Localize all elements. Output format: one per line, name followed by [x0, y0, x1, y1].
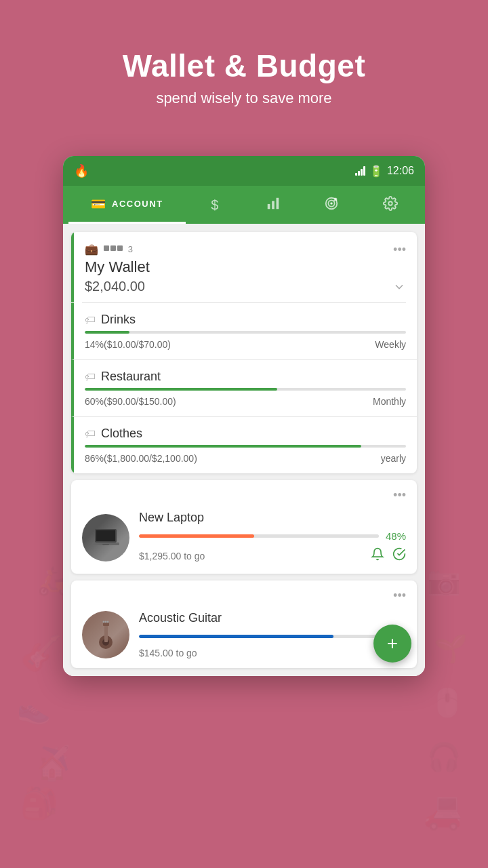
budget-stats: 14%($10.00/$70.00) [85, 339, 171, 350]
stats-row: 86%($1,800.00/$2,100.00) yearly [85, 453, 406, 464]
svg-text:🌱: 🌱 [434, 632, 468, 665]
category-name: Drinks [101, 313, 136, 327]
flame-icon: 🔥 [74, 163, 89, 178]
more-options-icon[interactable]: ••• [393, 488, 406, 502]
budget-period: Weekly [375, 339, 406, 350]
svg-rect-12 [268, 203, 270, 208]
budget-stats: 86%($1,800.00/$2,100.00) [85, 453, 197, 464]
app-title: Wallet & Budget [0, 47, 488, 84]
tag-icon: 🏷 [85, 314, 96, 326]
budget-stats: 60%($90.00/$150.00) [85, 396, 176, 407]
battery-icon: 🔋 [369, 165, 383, 178]
category-name: Restaurant [101, 370, 161, 384]
svg-point-33 [102, 620, 104, 623]
svg-text:🚗: 🚗 [424, 795, 462, 832]
progress-fill [85, 445, 361, 448]
savings-name: Acoustic Guitar [139, 611, 406, 625]
nav-account-label: ACCOUNT [112, 199, 163, 209]
svg-point-17 [331, 203, 333, 204]
bell-icon[interactable] [371, 547, 384, 564]
svg-text:🎒: 🎒 [20, 785, 59, 822]
savings-image-laptop [82, 514, 129, 561]
category-row: 🏷 Restaurant [85, 370, 406, 384]
status-bar: 🔥 🔋 12:06 [63, 156, 425, 186]
phone-mockup: 🔥 🔋 12:06 💳 ACCOUNT $ [63, 156, 425, 676]
svg-text:🎸: 🎸 [20, 633, 63, 673]
savings-content: New Laptop 48% $1,295.00 to go [139, 511, 406, 564]
progress-fill [139, 534, 254, 538]
tag-icon: 🏷 [85, 428, 96, 440]
nav-transactions[interactable]: $ [186, 186, 244, 224]
svg-rect-13 [272, 201, 274, 209]
status-time: 12:06 [387, 165, 414, 177]
svg-point-21 [388, 201, 392, 205]
category-name: Clothes [101, 427, 142, 441]
savings-content: Acoustic Guitar 81% $145.00 to go [139, 611, 406, 658]
budget-item-drinks: 🏷 Drinks 14%($10.00/$70.00) Weekly [71, 303, 417, 360]
savings-amount: $145.00 to go [139, 648, 197, 658]
savings-card-laptop: ••• New Laptop 48% [71, 480, 417, 574]
wallet-balance: $2,040.00 [85, 279, 150, 294]
svg-text:🖱️: 🖱️ [430, 686, 464, 719]
savings-item: Acoustic Guitar 81% $145.00 to go [71, 611, 417, 668]
savings-card-header: ••• [71, 580, 417, 611]
progress-track [139, 635, 379, 638]
budget-card: 💼 3 My Wallet $2,040.00 ••• [71, 232, 417, 473]
tag-icon: 🏷 [85, 371, 96, 383]
savings-percent: 48% [386, 530, 406, 542]
nav-stats[interactable] [244, 186, 302, 224]
nav-settings[interactable] [361, 186, 420, 224]
svg-rect-14 [277, 197, 279, 209]
add-button[interactable]: + [373, 625, 411, 663]
progress-fill [139, 635, 333, 638]
svg-rect-24 [117, 245, 123, 251]
category-row: 🏷 Drinks [85, 313, 406, 327]
budget-period: Monthly [373, 396, 406, 407]
budget-item-restaurant: 🏷 Restaurant 60%($90.00/$150.00) Monthly [71, 360, 417, 417]
nav-goals[interactable] [302, 186, 361, 224]
savings-image-guitar [82, 611, 129, 658]
laptop-image [82, 514, 129, 561]
progress-fill [85, 388, 277, 391]
chevron-down-icon[interactable] [392, 280, 406, 297]
wallet-name: My Wallet [85, 258, 150, 276]
savings-action-icons [371, 547, 406, 564]
nav-account-icon: 💳 [91, 197, 106, 212]
content-area: 💼 3 My Wallet $2,040.00 ••• [63, 224, 425, 676]
more-options-icon[interactable]: ••• [393, 243, 406, 257]
signal-icon [355, 166, 365, 176]
savings-card-header: ••• [71, 480, 417, 511]
savings-card-guitar: ••• [71, 580, 417, 668]
svg-point-35 [106, 620, 108, 623]
wallet-count: 3 [104, 244, 133, 254]
svg-rect-28 [102, 544, 109, 545]
status-right-icons: 🔋 12:06 [355, 165, 414, 178]
wallet-icon: 💼 [85, 243, 98, 256]
wallet-title-row: 💼 3 [85, 243, 150, 256]
budget-period: yearly [381, 453, 406, 464]
progress-row: 48% [139, 530, 406, 542]
budget-item-clothes: 🏷 Clothes 86%($1,800.00/$2,100.00) yearl… [71, 417, 417, 473]
progress-track [85, 388, 406, 391]
savings-item: New Laptop 48% $1,295.00 to go [71, 511, 417, 574]
svg-text:🎧: 🎧 [427, 741, 461, 773]
savings-amount: $1,295.00 to go [139, 551, 205, 561]
svg-rect-23 [110, 245, 116, 251]
svg-rect-26 [96, 530, 115, 541]
nav-account[interactable]: 💳 ACCOUNT [68, 186, 186, 224]
header-section: Wallet & Budget spend wisely to save mor… [0, 0, 488, 127]
more-options-icon[interactable]: ••• [393, 589, 406, 603]
app-subtitle: spend wisely to save more [0, 90, 488, 107]
guitar-image [82, 611, 129, 658]
svg-text:👟: 👟 [17, 693, 51, 726]
svg-text:✈️: ✈️ [41, 744, 70, 772]
settings-icon [383, 196, 398, 214]
wallet-info: 💼 3 My Wallet $2,040.00 [85, 243, 150, 294]
svg-text:📷: 📷 [427, 564, 461, 597]
check-circle-icon[interactable] [392, 547, 406, 564]
target-icon [324, 196, 339, 214]
svg-rect-32 [103, 623, 109, 626]
svg-point-34 [104, 620, 106, 623]
stats-row: 14%($10.00/$70.00) Weekly [85, 339, 406, 350]
stats-row: 60%($90.00/$150.00) Monthly [85, 396, 406, 407]
